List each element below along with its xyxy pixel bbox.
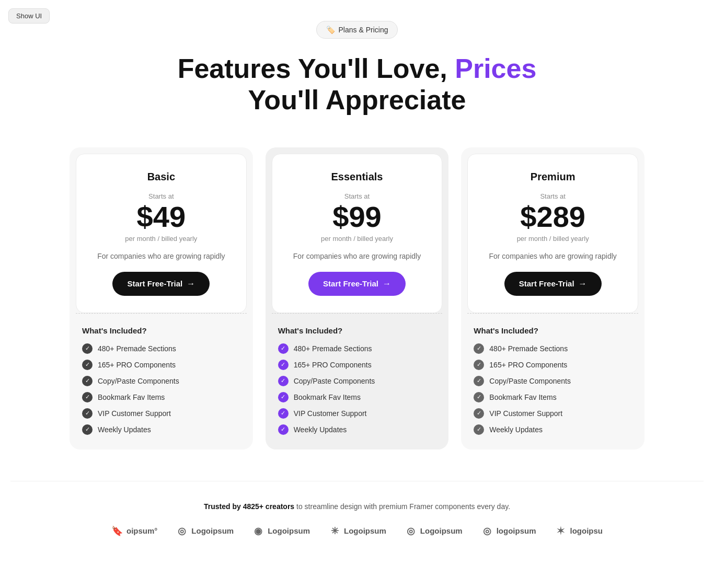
arrow-icon-premium: →: [579, 279, 587, 289]
logo-name-l5: Logoipsum: [420, 526, 463, 535]
check-icon: ✓: [82, 408, 93, 419]
plan-card-basic: Basic Starts at $49 per month / billed y…: [70, 147, 253, 449]
logo-name-l4: Logoipsum: [344, 526, 386, 535]
feature-item: ✓ Weekly Updates: [474, 424, 632, 435]
cta-button-basic[interactable]: Start Free-Trial →: [112, 272, 210, 296]
cta-button-essentials[interactable]: Start Free-Trial →: [308, 272, 406, 296]
trust-text: Trusted by 4825+ creators to streamline …: [10, 502, 704, 511]
feature-list-premium: ✓ 480+ Premade Sections ✓ 165+ PRO Compo…: [474, 343, 632, 435]
plan-card-premium: Premium Starts at $289 per month / bille…: [461, 147, 644, 449]
logo-name-l2: Logoipsum: [191, 526, 234, 535]
tagline-basic: For companies who are growing rapidly: [91, 252, 232, 260]
card-top-basic: Basic Starts at $49 per month / billed y…: [76, 154, 247, 313]
card-bottom-premium: What's Included? ✓ 480+ Premade Sections…: [461, 314, 644, 449]
tag-icon: 🏷️: [326, 26, 335, 34]
logo-item-l3: ◉ Logoipsum: [252, 525, 310, 537]
heading-line2: You'll Appreciate: [248, 85, 466, 115]
feature-text: Bookmark Fav Items: [294, 393, 361, 401]
feature-text: 480+ Premade Sections: [294, 344, 372, 353]
check-icon: ✓: [278, 360, 289, 370]
trust-bold: Trusted by 4825+ creators: [204, 502, 294, 511]
card-top-essentials: Essentials Starts at $99 per month / bil…: [272, 154, 443, 313]
price-essentials: $99: [287, 202, 428, 232]
feature-text: VIP Customer Support: [98, 409, 171, 418]
feature-text: VIP Customer Support: [294, 409, 367, 418]
page-wrapper: 🏷️ Plans & Pricing Features You'll Love,…: [0, 0, 714, 568]
check-icon: ✓: [278, 424, 289, 435]
feature-text: Copy/Paste Components: [98, 377, 179, 385]
logo-icon-l4: ✳: [329, 525, 340, 537]
cta-button-premium[interactable]: Start Free-Trial →: [504, 272, 602, 296]
feature-item: ✓ Weekly Updates: [278, 424, 436, 435]
check-icon: ✓: [474, 408, 484, 419]
logo-name-l1: oipsum°: [126, 526, 157, 535]
feature-item: ✓ 165+ PRO Components: [278, 360, 436, 370]
card-bottom-basic: What's Included? ✓ 480+ Premade Sections…: [70, 314, 253, 449]
card-top-premium: Premium Starts at $289 per month / bille…: [467, 154, 638, 313]
feature-item: ✓ Copy/Paste Components: [278, 376, 436, 386]
cta-label-essentials: Start Free-Trial: [323, 279, 378, 288]
logo-icon-l2: ◎: [176, 525, 188, 537]
show-ui-button[interactable]: Show UI: [8, 8, 50, 24]
plans-pricing-badge: 🏷️ Plans & Pricing: [316, 21, 398, 39]
billing-basic: per month / billed yearly: [91, 235, 232, 243]
logo-item-l1: 🔖 oipsum°: [111, 525, 157, 537]
logo-icon-l1: 🔖: [111, 525, 123, 537]
feature-item: ✓ Bookmark Fav Items: [82, 392, 240, 402]
logo-item-l4: ✳ Logoipsum: [329, 525, 386, 537]
whats-included-label-premium: What's Included?: [474, 326, 632, 335]
feature-text: 165+ PRO Components: [489, 361, 567, 369]
cta-label-premium: Start Free-Trial: [519, 279, 574, 288]
logo-name-l6: logoipsum: [497, 526, 536, 535]
check-icon: ✓: [278, 392, 289, 402]
feature-text: Copy/Paste Components: [489, 377, 571, 385]
billing-essentials: per month / billed yearly: [287, 235, 428, 243]
check-icon: ✓: [82, 376, 93, 386]
feature-text: 480+ Premade Sections: [98, 344, 176, 353]
feature-item: ✓ 480+ Premade Sections: [82, 343, 240, 354]
feature-list-essentials: ✓ 480+ Premade Sections ✓ 165+ PRO Compo…: [278, 343, 436, 435]
check-icon: ✓: [278, 343, 289, 354]
badge-label: Plans & Pricing: [339, 26, 388, 34]
starts-at-essentials: Starts at: [287, 192, 428, 200]
billing-premium: per month / billed yearly: [482, 235, 623, 243]
tagline-premium: For companies who are growing rapidly: [482, 252, 623, 260]
starts-at-basic: Starts at: [91, 192, 232, 200]
feature-item: ✓ 480+ Premade Sections: [474, 343, 632, 354]
logo-row: 🔖 oipsum° ◎ Logoipsum ◉ Logoipsum ✳ Logo…: [10, 525, 704, 537]
price-basic: $49: [91, 202, 232, 232]
cta-label-basic: Start Free-Trial: [127, 279, 182, 288]
arrow-icon-basic: →: [187, 279, 195, 289]
check-icon: ✓: [474, 424, 484, 435]
trust-normal: to streamline design with premium Framer…: [294, 502, 510, 511]
plan-name-premium: Premium: [482, 171, 623, 183]
check-icon: ✓: [82, 392, 93, 402]
feature-text: 480+ Premade Sections: [489, 344, 568, 353]
heading-highlight: Prices: [455, 53, 536, 84]
feature-text: Weekly Updates: [489, 425, 543, 434]
badge-row: 🏷️ Plans & Pricing: [10, 21, 704, 39]
check-icon: ✓: [474, 343, 484, 354]
main-heading: Features You'll Love, Prices You'll Appr…: [10, 53, 704, 116]
card-bottom-essentials: What's Included? ✓ 480+ Premade Sections…: [266, 314, 449, 449]
logo-name-l7: logoipsu: [570, 526, 603, 535]
feature-text: 165+ PRO Components: [98, 361, 176, 369]
feature-item: ✓ VIP Customer Support: [82, 408, 240, 419]
check-icon: ✓: [82, 343, 93, 354]
whats-included-label-essentials: What's Included?: [278, 326, 436, 335]
heading-section: Features You'll Love, Prices You'll Appr…: [10, 53, 704, 116]
feature-item: ✓ Bookmark Fav Items: [278, 392, 436, 402]
feature-text: Weekly Updates: [294, 425, 347, 434]
check-icon: ✓: [278, 408, 289, 419]
check-icon: ✓: [474, 360, 484, 370]
logo-icon-l5: ◎: [405, 525, 417, 537]
logo-item-l5: ◎ Logoipsum: [405, 525, 463, 537]
logo-item-l2: ◎ Logoipsum: [176, 525, 234, 537]
feature-item: ✓ 165+ PRO Components: [474, 360, 632, 370]
pricing-grid: Basic Starts at $49 per month / billed y…: [70, 147, 644, 449]
feature-item: ✓ 165+ PRO Components: [82, 360, 240, 370]
feature-text: VIP Customer Support: [489, 409, 562, 418]
feature-text: Weekly Updates: [98, 425, 151, 434]
logo-icon-l6: ◎: [481, 525, 493, 537]
feature-item: ✓ VIP Customer Support: [474, 408, 632, 419]
